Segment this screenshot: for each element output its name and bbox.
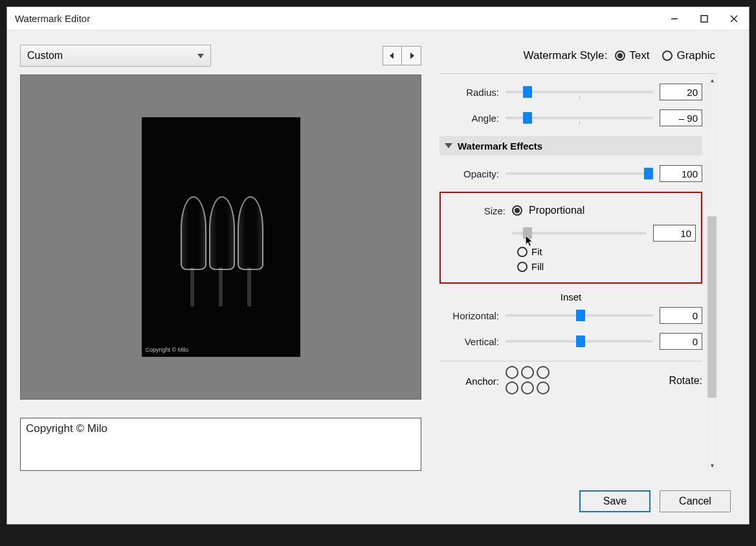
anchor-grid[interactable]: [506, 366, 551, 396]
anchor-mc[interactable]: [521, 381, 534, 394]
radius-slider[interactable]: [506, 85, 653, 99]
left-column: Custom Copyright © Milo: [20, 43, 421, 471]
settings-inner: Radius: Angle:: [439, 74, 705, 471]
svg-marker-4: [390, 52, 394, 59]
size-fill-radio[interactable]: [517, 262, 528, 272]
next-image-button[interactable]: [402, 46, 421, 65]
preview-canvas: Copyright © Milo: [20, 74, 421, 400]
right-column: Watermark Style: Text Graphic Radius:: [439, 43, 718, 471]
anchor-tl[interactable]: [506, 366, 518, 379]
svg-rect-1: [701, 16, 707, 22]
close-button[interactable]: [719, 7, 749, 30]
watermark-style-row: Watermark Style: Text Graphic: [439, 43, 718, 68]
settings-panel: Radius: Angle:: [439, 73, 718, 471]
radius-label: Radius:: [439, 87, 499, 98]
anchor-ml[interactable]: [506, 381, 518, 394]
style-graphic-radio[interactable]: [662, 51, 673, 61]
svg-marker-5: [410, 52, 414, 59]
inset-h-label: Horizontal:: [439, 310, 499, 321]
size-proportional-row: Size: Proportional: [446, 201, 696, 220]
style-graphic-label: Graphic: [676, 49, 715, 62]
prev-image-button[interactable]: [383, 46, 402, 65]
maximize-button[interactable]: [689, 7, 719, 30]
settings-scrollbar[interactable]: ▴ ▾: [706, 74, 718, 471]
angle-input[interactable]: [660, 109, 702, 126]
window-title: Watermark Editor: [15, 13, 90, 24]
angle-label: Angle:: [439, 113, 499, 124]
inset-v-row: Vertical:: [439, 328, 702, 354]
chevron-down-icon: [197, 54, 204, 58]
watermark-style-label: Watermark Style:: [524, 49, 608, 62]
inset-v-label: Vertical:: [439, 336, 499, 347]
size-proportional-radio[interactable]: [512, 205, 522, 216]
inset-v-slider[interactable]: [506, 334, 653, 348]
opacity-input[interactable]: [660, 165, 702, 182]
inset-h-slider[interactable]: [506, 308, 653, 323]
watermark-on-preview: Copyright © Milo: [146, 347, 189, 353]
inset-h-input[interactable]: [660, 307, 702, 324]
cancel-button[interactable]: Cancel: [660, 490, 731, 512]
watermark-text-input[interactable]: Copyright © Milo: [20, 418, 421, 471]
dialog-buttons: Save Cancel: [579, 490, 731, 512]
anchor-mr[interactable]: [537, 381, 550, 394]
save-button[interactable]: Save: [579, 490, 650, 512]
radius-input[interactable]: [660, 84, 702, 100]
photo-subject: [178, 196, 263, 306]
radius-row: Radius:: [439, 79, 702, 105]
size-label: Size:: [446, 205, 506, 216]
size-fill-label: Fill: [531, 261, 544, 272]
effects-header-label: Watermark Effects: [458, 141, 542, 152]
inset-h-row: Horizontal:: [439, 302, 702, 328]
preset-row: Custom: [20, 43, 421, 68]
minimize-button[interactable]: [660, 7, 689, 30]
anchor-tr[interactable]: [537, 366, 550, 379]
size-fit-label: Fit: [531, 246, 542, 257]
collapse-triangle-icon: [445, 143, 452, 148]
anchor-label: Anchor:: [439, 376, 499, 387]
anchor-tc[interactable]: [521, 366, 534, 379]
window-controls: [660, 7, 749, 30]
preview-image: Copyright © Milo: [142, 117, 300, 357]
size-input[interactable]: [653, 225, 696, 242]
rotate-label: Rotate:: [669, 375, 702, 387]
angle-slider[interactable]: [506, 111, 653, 125]
divider: [439, 361, 702, 361]
titlebar: Watermark Editor: [7, 7, 749, 30]
opacity-label: Opacity:: [439, 168, 499, 179]
scroll-up-icon[interactable]: ▴: [706, 74, 718, 85]
effects-header[interactable]: Watermark Effects: [439, 136, 702, 155]
content-area: Custom Copyright © Milo: [7, 30, 749, 477]
scroll-down-icon[interactable]: ▾: [706, 459, 718, 471]
opacity-slider[interactable]: [506, 166, 653, 181]
preset-selected-label: Custom: [27, 50, 63, 62]
size-proportional-label: Proportional: [529, 205, 584, 216]
size-options: Fit Fill: [517, 246, 696, 272]
size-fit-option[interactable]: Fit: [517, 246, 696, 257]
angle-row: Angle:: [439, 105, 702, 131]
preset-select[interactable]: Custom: [20, 45, 211, 67]
scroll-thumb[interactable]: [707, 216, 717, 398]
size-slider[interactable]: [512, 226, 647, 240]
watermark-editor-window: Watermark Editor Custom: [6, 6, 750, 525]
inset-v-input[interactable]: [660, 333, 702, 350]
preview-nav: [383, 46, 421, 65]
style-text-label: Text: [629, 49, 649, 62]
size-slider-row: [446, 220, 696, 246]
anchor-row: Anchor: Rotate:: [439, 368, 702, 394]
size-highlight-box: Size: Proportional: [439, 192, 702, 284]
opacity-row: Opacity:: [439, 161, 702, 187]
style-text-radio[interactable]: [615, 51, 625, 61]
inset-label: Inset: [439, 291, 702, 302]
size-fit-radio[interactable]: [517, 247, 528, 257]
size-fill-option[interactable]: Fill: [517, 261, 696, 272]
